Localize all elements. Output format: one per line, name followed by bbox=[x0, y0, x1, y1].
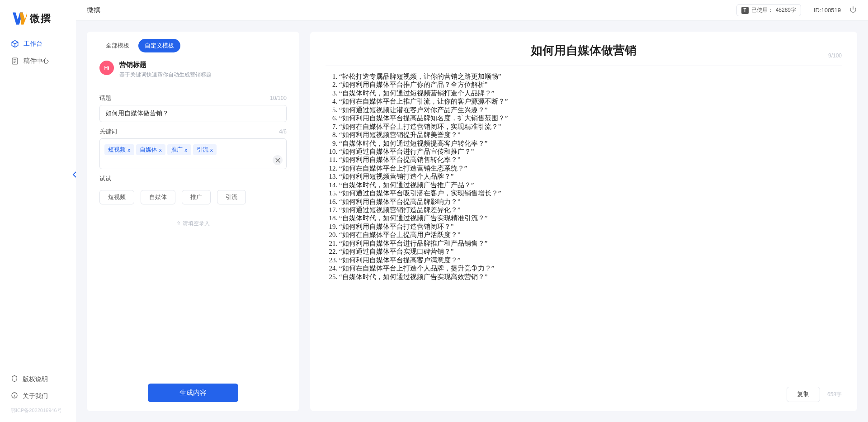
char-count: 658字 bbox=[827, 391, 842, 398]
page-title: 微撰 bbox=[87, 6, 100, 14]
close-icon bbox=[275, 158, 280, 163]
output-item: “如何通过自媒体平台进行产品宣传和推广？” bbox=[339, 147, 842, 156]
brand-name: 微撰 bbox=[30, 12, 52, 25]
output-item: “如何利用自媒体平台提高品牌影响力？” bbox=[339, 198, 842, 206]
output-item: “如何利用自媒体平台提高品牌知名度，扩大销售范围？” bbox=[339, 114, 842, 122]
output-item: “自媒体时代，如何通过视频广告推广产品？” bbox=[339, 181, 842, 189]
nav-label: 工作台 bbox=[24, 40, 42, 48]
template-header: Hi 营销标题 基于关键词快速帮你自动生成营销标题 bbox=[99, 61, 287, 79]
text-icon: T bbox=[741, 7, 749, 14]
footer-label: 版权说明 bbox=[23, 375, 48, 384]
output-list: “轻松打造专属品牌短视频，让你的营销之路更加顺畅”“如何利用自媒体平台推广你的产… bbox=[326, 71, 842, 281]
nav-workbench[interactable]: 工作台 bbox=[0, 35, 76, 52]
output-item: “轻松打造专属品牌短视频，让你的营销之路更加顺畅” bbox=[339, 72, 842, 81]
divider bbox=[326, 66, 842, 66]
topic-count: 10/100 bbox=[270, 95, 287, 101]
suggestion-button[interactable]: 自媒体 bbox=[141, 190, 175, 204]
nav-label: 稿件中心 bbox=[24, 57, 49, 65]
output-item: “如何利用自媒体平台提高销售转化率？” bbox=[339, 156, 842, 164]
sidebar-collapse-handle[interactable] bbox=[71, 170, 78, 180]
power-icon[interactable] bbox=[849, 5, 857, 15]
topic-input[interactable] bbox=[99, 105, 287, 122]
output-count: 9/100 bbox=[828, 52, 842, 59]
footer-about[interactable]: 关于我们 bbox=[0, 388, 76, 404]
usage-value: 48289字 bbox=[776, 6, 796, 14]
output-item: “自媒体时代，如何通过短视频提高客户转化率？” bbox=[339, 139, 842, 147]
output-item: “如何利用自媒体平台打造营销闭环？” bbox=[339, 223, 842, 231]
logo-icon bbox=[13, 12, 27, 25]
template-name: 营销标题 bbox=[119, 61, 212, 69]
output-item: “如何在自媒体平台上推广引流，让你的客户源源不断？” bbox=[339, 97, 842, 105]
suggestion-row: 短视频自媒体推广引流 bbox=[99, 190, 287, 204]
output-item: “自媒体时代，如何通过视频广告实现精准引流？” bbox=[339, 214, 842, 222]
output-item: “如何利用短视频营销提升品牌美誉度？” bbox=[339, 131, 842, 139]
suggestion-button[interactable]: 推广 bbox=[182, 190, 211, 204]
output-item: “如何通过短视频让潜在客户对你产品产生兴趣？” bbox=[339, 106, 842, 114]
brand-logo: 微撰 bbox=[0, 8, 76, 35]
fill-hint: ⇧ 请填空录入 bbox=[99, 220, 287, 228]
main-nav: 工作台 稿件中心 bbox=[0, 35, 76, 371]
output-item: “自媒体时代，如何通过短视频营销打造个人品牌？” bbox=[339, 89, 842, 97]
output-item: “如何在自媒体平台上打造营销闭环，实现精准引流？” bbox=[339, 123, 842, 131]
sidebar: 微撰 工作台 稿件中心 版权说明 bbox=[0, 0, 76, 422]
document-icon bbox=[11, 57, 19, 65]
output-title: 如何用自媒体做营销 bbox=[326, 43, 842, 58]
usage-chip[interactable]: T 已使用： 48289字 bbox=[736, 4, 801, 16]
output-item: “如何通过自媒体平台吸引潜在客户，实现销售增长？” bbox=[339, 189, 842, 197]
keywords-label: 关键词 bbox=[99, 128, 117, 136]
input-panel: 全部模板 自定义模板 Hi 营销标题 基于关键词快速帮你自动生成营销标题 话题 … bbox=[87, 32, 299, 411]
nav-drafts[interactable]: 稿件中心 bbox=[0, 52, 76, 70]
output-item: “如何利用自媒体平台推广你的产品？全方位解析” bbox=[339, 81, 842, 89]
output-item: “如何在自媒体平台上打造营销生态系统？” bbox=[339, 164, 842, 172]
cube-icon bbox=[11, 40, 19, 48]
tab-custom-template[interactable]: 自定义模板 bbox=[138, 39, 180, 52]
sidebar-footer: 版权说明 关于我们 鄂ICP备2022016946号 bbox=[0, 371, 76, 422]
output-item: “如何在自媒体平台上提高用户活跃度？” bbox=[339, 231, 842, 239]
tab-all-templates[interactable]: 全部模板 bbox=[99, 39, 136, 52]
template-icon: Hi bbox=[99, 61, 114, 75]
shield-icon bbox=[11, 375, 18, 384]
generate-button[interactable]: 生成内容 bbox=[148, 384, 238, 402]
keywords-count: 4/6 bbox=[279, 128, 287, 135]
output-item: “如何利用短视频营销打造个人品牌？” bbox=[339, 172, 842, 180]
output-item: “如何利用自媒体平台进行品牌推广和产品销售？” bbox=[339, 239, 842, 247]
output-item: “如何通过自媒体平台实现口碑营销？” bbox=[339, 247, 842, 256]
output-item: “如何在自媒体平台上打造个人品牌，提升竞争力？” bbox=[339, 264, 842, 272]
output-item: “如何通过短视频营销打造品牌差异化？” bbox=[339, 206, 842, 214]
topbar: 微撰 T 已使用： 48289字 ID:100519 bbox=[76, 0, 868, 21]
keywords-input[interactable]: 短视频 x自媒体 x推广 x引流 x bbox=[99, 138, 287, 169]
keyword-tag[interactable]: 推广 x bbox=[167, 144, 191, 155]
chevron-left-icon bbox=[72, 171, 77, 178]
template-desc: 基于关键词快速帮你自动生成营销标题 bbox=[119, 71, 212, 79]
template-tabs: 全部模板 自定义模板 bbox=[99, 39, 287, 52]
suggestion-button[interactable]: 引流 bbox=[217, 190, 246, 204]
try-label: 试试 bbox=[99, 175, 111, 183]
usage-label: 已使用： bbox=[751, 6, 773, 14]
footer-label: 关于我们 bbox=[23, 392, 48, 400]
icp-text: 鄂ICP备2022016946号 bbox=[0, 404, 76, 417]
info-icon bbox=[11, 392, 18, 400]
footer-copyright[interactable]: 版权说明 bbox=[0, 371, 76, 388]
suggestion-button[interactable]: 短视频 bbox=[99, 190, 134, 204]
output-item: “自媒体时代，如何通过视频广告实现高效营销？” bbox=[339, 273, 842, 281]
clear-keywords-button[interactable] bbox=[273, 155, 283, 165]
keyword-tag[interactable]: 引流 x bbox=[193, 144, 217, 155]
keyword-tag[interactable]: 自媒体 x bbox=[136, 144, 166, 155]
copy-button[interactable]: 复制 bbox=[787, 387, 820, 402]
keyword-tag[interactable]: 短视频 x bbox=[104, 144, 134, 155]
output-footer: 复制 658字 bbox=[326, 382, 842, 402]
user-id: ID:100519 bbox=[814, 7, 841, 14]
topic-label: 话题 bbox=[99, 94, 111, 102]
output-item: “如何利用自媒体平台提高客户满意度？” bbox=[339, 256, 842, 264]
output-panel: 如何用自媒体做营销 9/100 “轻松打造专属品牌短视频，让你的营销之路更加顺畅… bbox=[310, 32, 857, 411]
